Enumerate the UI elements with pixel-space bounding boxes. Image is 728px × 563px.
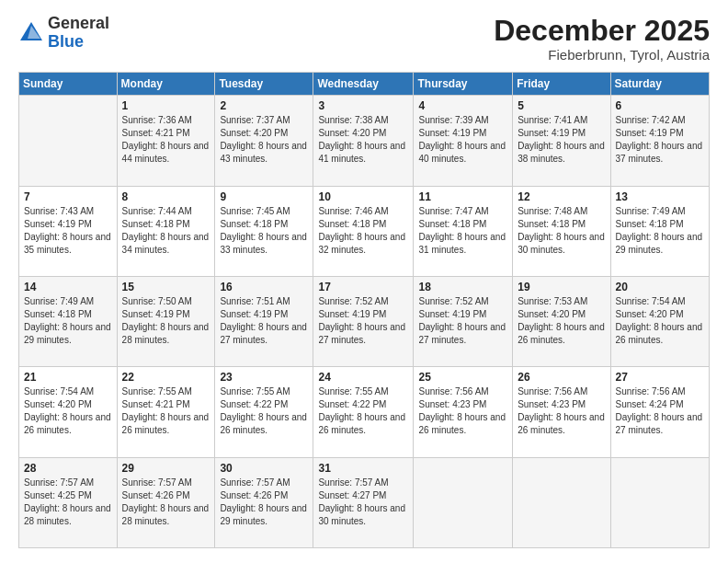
calendar-cell-1-1: 8Sunrise: 7:44 AMSunset: 4:18 PMDaylight… — [117, 186, 215, 276]
calendar-cell-1-4: 11Sunrise: 7:47 AMSunset: 4:18 PMDayligh… — [414, 186, 513, 276]
day-number: 20 — [616, 281, 704, 293]
calendar-cell-1-6: 13Sunrise: 7:49 AMSunset: 4:18 PMDayligh… — [610, 186, 709, 276]
calendar-cell-3-2: 23Sunrise: 7:55 AMSunset: 4:22 PMDayligh… — [215, 367, 313, 457]
day-number: 4 — [418, 99, 507, 112]
day-info: Sunrise: 7:46 AMSunset: 4:18 PMDaylight:… — [318, 205, 408, 257]
col-friday: Friday — [513, 73, 610, 96]
day-info: Sunrise: 7:57 AMSunset: 4:27 PMDaylight:… — [318, 477, 408, 528]
day-number: 28 — [24, 462, 112, 475]
calendar-cell-0-4: 4Sunrise: 7:39 AMSunset: 4:19 PMDaylight… — [414, 96, 513, 186]
day-number: 1 — [122, 99, 210, 112]
day-number: 8 — [122, 190, 210, 203]
calendar-week-2: 14Sunrise: 7:49 AMSunset: 4:18 PMDayligh… — [19, 276, 710, 366]
day-number: 24 — [318, 371, 408, 384]
calendar-cell-4-6 — [610, 457, 709, 547]
day-number: 29 — [122, 462, 210, 475]
day-number: 21 — [24, 371, 112, 384]
day-number: 9 — [220, 190, 308, 203]
calendar-cell-4-5 — [513, 457, 610, 547]
calendar-table: Sunday Monday Tuesday Wednesday Thursday… — [18, 72, 710, 548]
day-number: 27 — [616, 371, 704, 384]
day-info: Sunrise: 7:56 AMSunset: 4:23 PMDaylight:… — [518, 385, 605, 437]
logo-general-text: General — [48, 14, 109, 32]
day-number: 11 — [418, 190, 507, 203]
day-number: 23 — [220, 371, 308, 384]
day-number: 13 — [616, 190, 704, 203]
title-section: December 2025 Fieberbrunn, Tyrol, Austri… — [494, 15, 710, 63]
month-title: December 2025 — [494, 15, 710, 47]
day-info: Sunrise: 7:53 AMSunset: 4:20 PMDaylight:… — [518, 295, 605, 347]
day-info: Sunrise: 7:41 AMSunset: 4:19 PMDaylight:… — [518, 114, 605, 166]
day-number: 26 — [518, 371, 605, 384]
col-thursday: Thursday — [414, 73, 513, 96]
day-number: 16 — [220, 281, 308, 293]
calendar-cell-3-0: 21Sunrise: 7:54 AMSunset: 4:20 PMDayligh… — [19, 367, 118, 457]
calendar-cell-1-3: 10Sunrise: 7:46 AMSunset: 4:18 PMDayligh… — [313, 186, 414, 276]
day-info: Sunrise: 7:38 AMSunset: 4:20 PMDaylight:… — [318, 114, 408, 166]
day-info: Sunrise: 7:44 AMSunset: 4:18 PMDaylight:… — [122, 205, 210, 257]
day-number: 15 — [122, 281, 210, 293]
subtitle: Fieberbrunn, Tyrol, Austria — [494, 47, 710, 63]
calendar-cell-0-2: 2Sunrise: 7:37 AMSunset: 4:20 PMDaylight… — [215, 96, 313, 186]
calendar-cell-3-3: 24Sunrise: 7:55 AMSunset: 4:22 PMDayligh… — [313, 367, 414, 457]
calendar-cell-0-5: 5Sunrise: 7:41 AMSunset: 4:19 PMDaylight… — [513, 96, 610, 186]
day-number: 6 — [616, 99, 704, 112]
calendar-cell-0-1: 1Sunrise: 7:36 AMSunset: 4:21 PMDaylight… — [117, 96, 215, 186]
day-info: Sunrise: 7:57 AMSunset: 4:25 PMDaylight:… — [24, 477, 112, 528]
calendar-week-4: 28Sunrise: 7:57 AMSunset: 4:25 PMDayligh… — [19, 457, 710, 547]
day-info: Sunrise: 7:56 AMSunset: 4:24 PMDaylight:… — [616, 385, 704, 437]
day-info: Sunrise: 7:54 AMSunset: 4:20 PMDaylight:… — [616, 295, 704, 347]
day-info: Sunrise: 7:54 AMSunset: 4:20 PMDaylight:… — [24, 385, 112, 437]
day-number: 31 — [318, 462, 408, 475]
col-tuesday: Tuesday — [215, 73, 313, 96]
day-info: Sunrise: 7:55 AMSunset: 4:22 PMDaylight:… — [318, 385, 408, 437]
day-info: Sunrise: 7:51 AMSunset: 4:19 PMDaylight:… — [220, 295, 308, 347]
day-info: Sunrise: 7:56 AMSunset: 4:23 PMDaylight:… — [418, 385, 507, 437]
day-info: Sunrise: 7:48 AMSunset: 4:18 PMDaylight:… — [518, 205, 605, 257]
day-info: Sunrise: 7:37 AMSunset: 4:20 PMDaylight:… — [220, 114, 308, 166]
logo-text: General Blue — [48, 15, 109, 52]
col-sunday: Sunday — [19, 73, 118, 96]
day-number: 12 — [518, 190, 605, 203]
col-wednesday: Wednesday — [313, 73, 414, 96]
day-info: Sunrise: 7:43 AMSunset: 4:19 PMDaylight:… — [24, 205, 112, 257]
calendar-cell-1-2: 9Sunrise: 7:45 AMSunset: 4:18 PMDaylight… — [215, 186, 313, 276]
calendar-cell-3-1: 22Sunrise: 7:55 AMSunset: 4:21 PMDayligh… — [117, 367, 215, 457]
logo: General Blue — [18, 15, 109, 52]
day-info: Sunrise: 7:55 AMSunset: 4:22 PMDaylight:… — [220, 385, 308, 437]
day-number: 10 — [318, 190, 408, 203]
day-info: Sunrise: 7:57 AMSunset: 4:26 PMDaylight:… — [220, 477, 308, 528]
calendar-cell-2-0: 14Sunrise: 7:49 AMSunset: 4:18 PMDayligh… — [19, 276, 118, 366]
day-info: Sunrise: 7:42 AMSunset: 4:19 PMDaylight:… — [616, 114, 704, 166]
calendar-cell-3-4: 25Sunrise: 7:56 AMSunset: 4:23 PMDayligh… — [414, 367, 513, 457]
day-info: Sunrise: 7:47 AMSunset: 4:18 PMDaylight:… — [418, 205, 507, 257]
day-info: Sunrise: 7:49 AMSunset: 4:18 PMDaylight:… — [616, 205, 704, 257]
header: General Blue December 2025 Fieberbrunn, … — [18, 15, 710, 63]
calendar-cell-0-0 — [19, 96, 118, 186]
day-number: 17 — [318, 281, 408, 293]
col-monday: Monday — [117, 73, 215, 96]
calendar-cell-4-2: 30Sunrise: 7:57 AMSunset: 4:26 PMDayligh… — [215, 457, 313, 547]
calendar-cell-3-6: 27Sunrise: 7:56 AMSunset: 4:24 PMDayligh… — [610, 367, 709, 457]
calendar-cell-2-1: 15Sunrise: 7:50 AMSunset: 4:19 PMDayligh… — [117, 276, 215, 366]
calendar-cell-4-3: 31Sunrise: 7:57 AMSunset: 4:27 PMDayligh… — [313, 457, 414, 547]
calendar-cell-2-3: 17Sunrise: 7:52 AMSunset: 4:19 PMDayligh… — [313, 276, 414, 366]
day-number: 19 — [518, 281, 605, 293]
day-info: Sunrise: 7:52 AMSunset: 4:19 PMDaylight:… — [318, 295, 408, 347]
calendar-cell-0-6: 6Sunrise: 7:42 AMSunset: 4:19 PMDaylight… — [610, 96, 709, 186]
calendar-body: 1Sunrise: 7:36 AMSunset: 4:21 PMDaylight… — [19, 96, 710, 548]
calendar-week-1: 7Sunrise: 7:43 AMSunset: 4:19 PMDaylight… — [19, 186, 710, 276]
day-info: Sunrise: 7:49 AMSunset: 4:18 PMDaylight:… — [24, 295, 112, 347]
calendar-cell-2-5: 19Sunrise: 7:53 AMSunset: 4:20 PMDayligh… — [513, 276, 610, 366]
day-info: Sunrise: 7:55 AMSunset: 4:21 PMDaylight:… — [122, 385, 210, 437]
day-info: Sunrise: 7:52 AMSunset: 4:19 PMDaylight:… — [418, 295, 507, 347]
logo-icon — [18, 20, 44, 46]
calendar-cell-2-6: 20Sunrise: 7:54 AMSunset: 4:20 PMDayligh… — [610, 276, 709, 366]
day-info: Sunrise: 7:39 AMSunset: 4:19 PMDaylight:… — [418, 114, 507, 166]
calendar-cell-2-4: 18Sunrise: 7:52 AMSunset: 4:19 PMDayligh… — [414, 276, 513, 366]
calendar-cell-3-5: 26Sunrise: 7:56 AMSunset: 4:23 PMDayligh… — [513, 367, 610, 457]
day-number: 25 — [418, 371, 507, 384]
day-number: 7 — [24, 190, 112, 203]
calendar-cell-0-3: 3Sunrise: 7:38 AMSunset: 4:20 PMDaylight… — [313, 96, 414, 186]
day-info: Sunrise: 7:57 AMSunset: 4:26 PMDaylight:… — [122, 477, 210, 528]
